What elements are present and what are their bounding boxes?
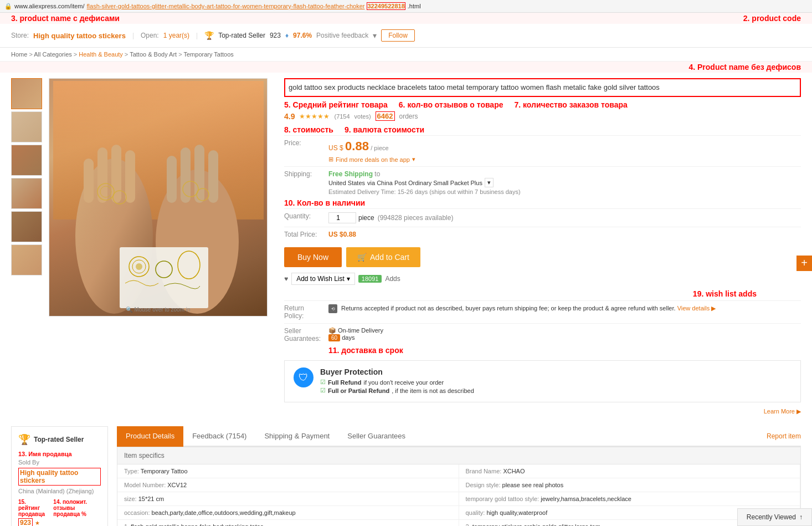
tab-feedback[interactable]: Feedback (7154) (183, 426, 255, 447)
quantity-area: piece (994828 pieces available) (328, 212, 453, 223)
tab-product-details-label: Product Details (126, 432, 174, 440)
find-more-row[interactable]: ⊞ Find more deals on the app ▾ (328, 156, 801, 163)
ship-via: via China Post Ordinary Small Packet Plu… (367, 180, 482, 186)
annotation-6: 6. кол-во отзывов о товаре (399, 100, 503, 109)
rating-row: 4.9 ★★★★★ (7154 votes) 6462 orders (284, 111, 801, 121)
votes-count: (7154 (334, 113, 350, 120)
store-rating: 923 (270, 32, 281, 39)
on-time-delivery: On-time Delivery (338, 327, 383, 334)
wish-list-row: ♥ Add to Wish List ▾ 18091 Adds (284, 273, 801, 285)
days-badge: 60 (328, 334, 340, 341)
heart-icon: ♥ (284, 275, 288, 283)
svg-rect-3 (84, 159, 94, 203)
tattoo-scene (49, 79, 267, 316)
thumbnail-1[interactable] (11, 78, 42, 109)
learn-more-link[interactable]: Learn More ▶ (764, 408, 801, 415)
full-refund-desc: if you don't receive your order (364, 379, 444, 386)
svg-rect-7 (167, 156, 177, 203)
price-row: Price: US $ 0.88 / piece ⊞ Find more dea… (284, 135, 801, 166)
breadcrumb: Home > All Categories > Health & Beauty … (0, 48, 812, 62)
shipping-row: Shipping: Free Shipping to United States… (284, 166, 801, 198)
thumbnail-4[interactable] (11, 178, 42, 209)
url-code: 32249522818 (367, 2, 405, 10)
feedback-dropdown[interactable]: ▾ (373, 31, 377, 40)
tab-shipping-payment[interactable]: Shipping & Payment (255, 426, 338, 447)
open-label: Open: (141, 32, 159, 39)
tab-feedback-label: Feedback (7154) (192, 432, 246, 440)
wish-count: 18091 (358, 275, 382, 283)
recently-viewed-bar[interactable]: Recently Viewed ↑ (737, 508, 812, 526)
bp-title: Buyer Protection (320, 367, 474, 376)
seller-name-link[interactable]: High quality tattoo stickers (18, 468, 101, 488)
wish-list-button[interactable]: Add to Wish List ▾ (291, 273, 355, 285)
seller-guarantees-label: Seller Guarantees: (284, 327, 323, 343)
spec-tattoo-val: jewelry,hamsa,bracelets,necklace (541, 496, 631, 502)
check-icon-1: ☑ (320, 379, 326, 386)
seller-name[interactable]: High quality tattoo stickers (18, 468, 101, 486)
annotation-11: 11. доставка в срок (328, 346, 403, 355)
shipping-label: Shipping: (284, 170, 323, 178)
add-product-button[interactable]: + (796, 256, 812, 271)
quantity-input[interactable] (328, 212, 356, 223)
breadcrumb-tattoo[interactable]: Tattoo & Body Art (130, 51, 177, 58)
seller-guarantees-info: 📦 On-time Delivery 60 days (328, 327, 383, 341)
url-suffix: .html (408, 3, 421, 9)
thumbnail-6[interactable] (11, 244, 42, 275)
item-specifics-header: Item specifics (117, 447, 800, 464)
spec-item-2-key: 2. (466, 523, 471, 526)
bp-content: Buyer Protection ☑ Full Refund if you do… (320, 367, 474, 395)
url-prefix: www.aliexpress.com/item/ (14, 3, 85, 9)
spec-item-1-key: 1. (124, 523, 129, 526)
spec-model: Model Number: XCV12 (117, 478, 459, 492)
annotation-7: 7. количество заказов товара (514, 100, 627, 109)
breadcrumb-health-beauty[interactable]: Health & Beauty (79, 51, 123, 58)
breadcrumb-temporary[interactable]: Temporary Tattoos (184, 51, 234, 58)
annotation-10: 10. Кол-во в наличии (284, 198, 365, 207)
tab-product-details[interactable]: Product Details (117, 426, 183, 447)
url-bar: 🔒 www.aliexpress.com/item/ flash-silver-… (0, 0, 812, 13)
spec-design-val: please see real photos (502, 482, 564, 488)
spec-item-2-val: temporary stickers arabic golds glitter … (472, 523, 600, 526)
spec-brand-key: Brand Name: (466, 468, 502, 474)
spec-occasion-key: occasion: (124, 509, 150, 516)
breadcrumb-all-categories[interactable]: All Categories (34, 51, 71, 58)
diamond-icon: ♦ (285, 32, 289, 39)
spec-quality-val: high quality,waterproof (486, 509, 547, 516)
report-item-link[interactable]: Report item (767, 432, 801, 440)
sold-by-label: Sold By (18, 459, 101, 466)
add-to-cart-button[interactable]: 🛒 Add to Cart (346, 247, 420, 267)
tabs-row: Product Details Feedback (7154) Shipping… (117, 426, 801, 447)
annotation-15: 15. рейтинг продавца (18, 499, 49, 517)
breadcrumb-home[interactable]: Home (11, 51, 27, 58)
store-name[interactable]: High quality tattoo stickers (33, 32, 126, 40)
ship-to: to (374, 170, 380, 178)
specifics-left: Type: Temporary Tattoo Model Number: XCV… (117, 464, 459, 526)
return-policy-link[interactable]: View details ▶ (677, 305, 716, 311)
thumbnail-3[interactable] (11, 145, 42, 176)
tab-seller-guarantees-label: Seller Guarantees (347, 432, 405, 440)
trophy-icon: 🏆 (204, 31, 214, 40)
main-product-image: 🔍 Mouse over to zoom in (49, 78, 268, 316)
thumbnail-2[interactable] (11, 111, 42, 142)
buy-now-button[interactable]: Buy Now (284, 247, 342, 267)
orders-label: orders (399, 113, 418, 120)
total-price-value: US $0.88 (328, 231, 356, 238)
ship-dropdown-btn[interactable]: ▾ (485, 178, 494, 187)
price-value-area: US $ 0.88 / piece ⊞ Find more deals on t… (328, 139, 801, 163)
check-icon-2: ☑ (320, 387, 326, 394)
seller-rating-row: 923 ★ (18, 518, 101, 526)
thumbnail-5[interactable] (11, 211, 42, 242)
spec-size-val: 15*21 cm (138, 496, 164, 502)
annotation-13: 13. Имя продавца (18, 451, 72, 457)
spec-size-key: size: (124, 496, 137, 502)
follow-button[interactable]: Follow (381, 29, 415, 42)
wish-list-label: Add to Wish List (296, 275, 345, 283)
quantity-label: Quantity: (284, 212, 323, 220)
wish-dropdown-icon: ▾ (347, 275, 350, 283)
tab-seller-guarantees[interactable]: Seller Guarantees (338, 426, 414, 447)
wish-adds-label: Adds (385, 275, 400, 283)
spec-item-1-val: flash gold metallic henna fake bodystock… (131, 523, 264, 526)
product-info-panel: gold tattoo sex products necklace bracel… (279, 78, 801, 415)
bp-shield-icon: 🛡 (294, 367, 314, 387)
feedback-percentage: 97.6% (293, 32, 312, 39)
